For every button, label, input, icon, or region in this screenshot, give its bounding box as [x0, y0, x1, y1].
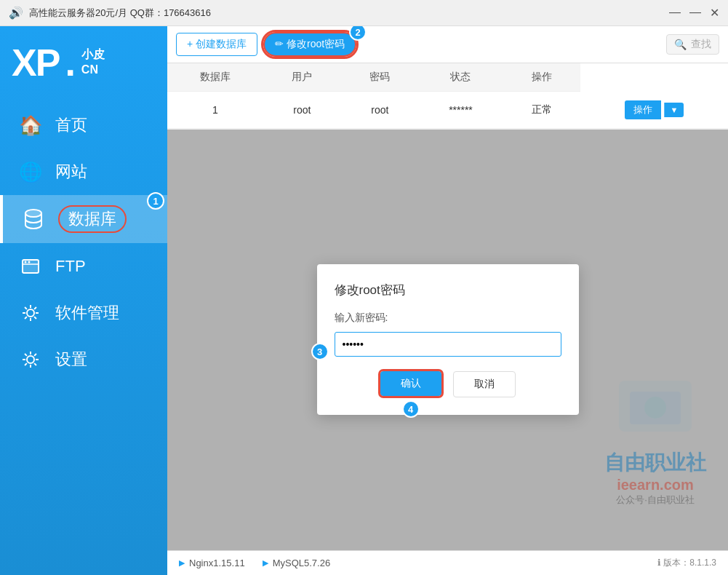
- modal-label: 输入新密码:: [335, 312, 561, 325]
- col-header-user: 用户: [263, 63, 341, 92]
- mysql-label: MySQL5.7.26: [273, 558, 331, 568]
- sidebar-item-software[interactable]: 软件管理: [0, 290, 167, 336]
- window-controls: — — ✕: [669, 6, 719, 20]
- nav-label-software: 软件管理: [55, 302, 119, 324]
- logo-dot: .: [65, 41, 75, 84]
- main-layout: XP . 小皮 CN 🏠 首页 🌐 网站: [0, 26, 728, 575]
- cell-op: 操作 ▼: [580, 92, 728, 129]
- modify-root-button[interactable]: ✏ 修改root密码: [263, 32, 356, 57]
- col-header-db: 数据库: [167, 63, 263, 92]
- sidebar-item-settings[interactable]: 设置: [0, 336, 167, 383]
- sidebar: XP . 小皮 CN 🏠 首页 🌐 网站: [0, 26, 167, 575]
- maximize-button[interactable]: —: [689, 6, 701, 20]
- svg-point-5: [27, 309, 34, 317]
- nav-label-settings: 设置: [55, 349, 87, 370]
- modal-buttons: 确认 4 取消: [335, 371, 561, 397]
- globe-icon: 🌐: [17, 159, 44, 185]
- nginx-label: Nginx1.15.11: [189, 558, 245, 568]
- sidebar-nav: 🏠 首页 🌐 网站 数据库 1: [0, 96, 167, 575]
- search-icon: 🔍: [674, 39, 687, 50]
- logo-line1: 小皮: [81, 47, 105, 63]
- toolbar: + 创建数据库 ✏ 修改root密码 2 🔍 查找: [167, 26, 728, 63]
- version-label: 版本：8.1.1.3: [663, 558, 716, 568]
- logo-cn-block: 小皮 CN: [81, 47, 105, 78]
- status-nginx: ▶ Nginx1.15.11: [179, 558, 245, 568]
- statusbar: ▶ Nginx1.15.11 ▶ MySQL5.7.26 ℹ 版本：8.1.1.…: [167, 550, 728, 575]
- modal-title: 修改root密码: [335, 282, 561, 298]
- col-header-password: 密码: [341, 63, 419, 92]
- nginx-play-icon: ▶: [179, 558, 185, 568]
- modal-overlay: 修改root密码 输入新密码: 3 确认 4 取消: [167, 130, 728, 551]
- logo-line2: CN: [81, 63, 105, 78]
- version-info: ℹ 版本：8.1.1.3: [657, 557, 716, 569]
- search-box[interactable]: 🔍 查找: [666, 34, 719, 55]
- cell-password: ******: [419, 92, 503, 129]
- operate-button[interactable]: 操作: [625, 100, 661, 119]
- svg-point-3: [25, 261, 27, 263]
- sidebar-item-database[interactable]: 数据库 1: [0, 195, 167, 243]
- sidebar-logo: XP . 小皮 CN: [0, 26, 167, 96]
- create-db-button[interactable]: + 创建数据库: [176, 33, 257, 56]
- cell-status: 正常: [503, 92, 580, 129]
- col-header-op: 操作: [503, 63, 580, 92]
- cell-db: root: [263, 92, 341, 129]
- cell-id: 1: [167, 92, 263, 129]
- content-area: + 创建数据库 ✏ 修改root密码 2 🔍 查找 数据库 用户 密码 状态: [167, 26, 728, 575]
- cell-user: root: [341, 92, 419, 129]
- svg-point-0: [25, 210, 41, 217]
- database-icon: [20, 206, 47, 232]
- table-row: 1 root root ****** 正常 操作 ▼: [167, 92, 728, 129]
- sidebar-item-ftp[interactable]: FTP: [0, 243, 167, 290]
- home-icon: 🏠: [17, 112, 44, 138]
- confirm-wrapper: 确认 4: [380, 371, 441, 397]
- new-password-input[interactable]: [335, 332, 561, 357]
- nav-label-website: 网站: [55, 161, 87, 183]
- annotation-circle-2: 2: [349, 26, 367, 41]
- speaker-icon: 🔊: [9, 6, 23, 20]
- svg-point-6: [27, 356, 34, 363]
- content-body: 自由职业社 ieearn.com 公众号·自由职业社 修改root密码 输入新密…: [167, 130, 728, 551]
- minimize-button[interactable]: —: [669, 6, 681, 20]
- col-header-status: 状态: [419, 63, 503, 92]
- ftp-icon: [17, 253, 44, 279]
- modify-root-wrapper: ✏ 修改root密码 2: [263, 32, 356, 57]
- sidebar-item-home[interactable]: 🏠 首页: [0, 102, 167, 148]
- titlebar-text: 高性能云服务器20元/月 QQ群：176643616: [29, 7, 669, 20]
- db-table: 数据库 用户 密码 状态 操作 1 root root ****** 正常: [167, 63, 728, 130]
- close-button[interactable]: ✕: [710, 6, 719, 20]
- sidebar-item-website[interactable]: 🌐 网站: [0, 148, 167, 195]
- nav-label-ftp: FTP: [55, 257, 86, 276]
- svg-point-4: [28, 261, 31, 263]
- search-placeholder: 查找: [691, 38, 711, 51]
- software-icon: [17, 300, 44, 326]
- confirm-button[interactable]: 确认: [380, 371, 441, 396]
- modal-input-wrapper: 3: [335, 332, 561, 371]
- nav-label-database: 数据库: [58, 205, 127, 233]
- modal-dialog: 修改root密码 输入新密码: 3 确认 4 取消: [317, 264, 579, 415]
- annotation-circle-1: 1: [147, 192, 164, 210]
- cancel-button[interactable]: 取消: [453, 371, 516, 397]
- nav-label-home: 首页: [55, 114, 87, 136]
- mysql-play-icon: ▶: [263, 558, 268, 568]
- annotation-circle-4: 4: [402, 400, 420, 418]
- status-mysql: ▶ MySQL5.7.26: [263, 558, 331, 568]
- logo-xp: XP: [12, 44, 59, 82]
- operate-dropdown[interactable]: ▼: [664, 103, 684, 117]
- titlebar: 🔊 高性能云服务器20元/月 QQ群：176643616 — — ✕: [0, 0, 728, 26]
- annotation-circle-3: 3: [311, 343, 329, 360]
- settings-icon: [17, 346, 44, 373]
